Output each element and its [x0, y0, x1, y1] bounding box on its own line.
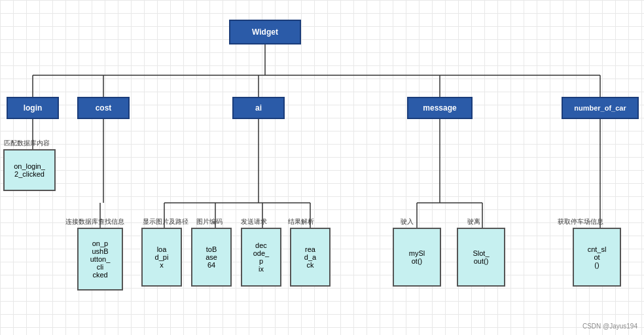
login-label: login	[24, 103, 43, 113]
on-login-2-clicked-node[interactable]: on_login_2_clicked	[3, 149, 56, 191]
diagram-container: Widget login cost ai message number_of_c…	[0, 0, 644, 335]
load-pix-node[interactable]: load_pix	[141, 228, 182, 287]
watermark: CSDN @Jayus194	[582, 323, 637, 330]
message-out-label: 驶离	[467, 217, 480, 226]
widget-node[interactable]: Widget	[229, 20, 301, 44]
myslot-node[interactable]: mySlot()	[393, 228, 441, 287]
slot-out-node[interactable]: Slot_out()	[457, 228, 505, 287]
decode-pix-node[interactable]: decode_pix	[241, 228, 281, 287]
ai-encode-label: 图片编码	[196, 217, 223, 226]
ai-result-label: 结果解析	[288, 217, 314, 226]
message-in-label: 驶入	[401, 217, 414, 226]
number-info-label: 获取停车场信息	[558, 217, 603, 226]
tobase64-node[interactable]: toBase64	[191, 228, 232, 287]
number-of-car-label: number_of_car	[574, 104, 626, 112]
widget-label: Widget	[252, 27, 278, 37]
ai-label: ai	[255, 103, 262, 113]
cost-label: cost	[96, 103, 112, 113]
cost-node[interactable]: cost	[77, 97, 130, 119]
on-login-2-clicked-label: on_login_2_clicked	[14, 162, 45, 178]
login-node[interactable]: login	[7, 97, 59, 119]
message-node[interactable]: message	[407, 97, 473, 119]
cost-connect-label: 连接数据库查找信息	[65, 217, 124, 226]
cnt-slot-node[interactable]: cnt_slot()	[573, 228, 621, 287]
number-of-car-node[interactable]: number_of_car	[562, 97, 639, 119]
ai-node[interactable]: ai	[232, 97, 285, 119]
ai-show-label: 显示图片及路径	[143, 217, 188, 226]
read-ack-node[interactable]: read_ack	[290, 228, 331, 287]
on-pushbutton-clicked-node[interactable]: on_pushButton_clicked	[77, 228, 123, 291]
message-label: message	[423, 103, 456, 113]
login-child-label: 匹配数据库内容	[4, 139, 50, 148]
ai-send-label: 发送请求	[241, 217, 267, 226]
